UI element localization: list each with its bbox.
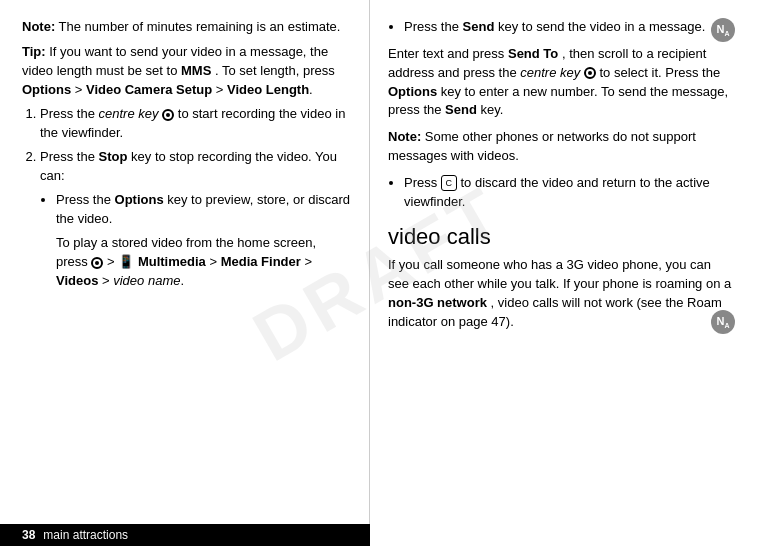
tip-period: . [309,82,313,97]
bottom-bar: 38 main attractions [0,524,370,546]
left-column: Note: The number of minutes remaining is… [0,0,370,546]
tip-bold2: Video Length [227,82,309,97]
note2: Note: Some other phones or networks do n… [388,128,735,166]
indent-videoname: video name [113,273,180,288]
sp-text1: If you call someone who has a 3G video p… [388,257,731,291]
right-column: NA Press the Send key to send the video … [370,0,757,546]
rp1-text4: key to enter a new number. To send the m… [388,84,728,118]
rb1-text1: Press the [404,19,459,34]
rp1-text3: to select it. Press the [600,65,721,80]
section-title: video calls [388,224,735,250]
step-1: Press the centre key to start recording … [40,105,351,143]
rp1-bold2: Options [388,84,437,99]
indent-multimedia: 📱 Multimedia [118,254,206,269]
indent-mediafinder: Media Finder [221,254,301,269]
indent-arrow: > [107,254,118,269]
step2-text1: Press the [40,149,95,164]
centre-key-icon3 [584,67,596,79]
sp-bold: non-3G network [388,295,487,310]
indent-para: To play a stored video from the home scr… [56,234,351,291]
step2-bold: Stop [99,149,128,164]
centre-key-icon2 [91,257,103,269]
tip-arrow2: > [216,82,227,97]
icon-badge-bottom: NA [711,310,735,334]
step1-text1: Press the [40,106,95,121]
rp1-italic: centre key [520,65,580,80]
tip-options: Options [22,82,71,97]
icon-badge-circle-bottom: NA [711,310,735,334]
c-icon: C [441,175,457,191]
right-para1: Enter text and press Send To , then scro… [388,45,735,120]
steps-list: Press the centre key to start recording … [40,105,351,291]
rp1-bold1: Send To [508,46,558,61]
tip-label: Tip: [22,44,46,59]
note2-label: Note: [388,129,421,144]
bullet-options: Press the Options key to preview, store,… [56,191,351,229]
step1-italic: centre key [99,106,159,121]
rb1-text2: key to send the video in a message. [498,19,705,34]
right-bullet-discard: Press C to discard the video and return … [404,174,735,212]
tip-mms: MMS [181,63,211,78]
rb1-bold: Send [463,19,495,34]
right-bullets: Press the Send key to send the video in … [404,18,735,37]
rp1-text1: Enter text and press [388,46,504,61]
right-bullets2: Press C to discard the video and return … [404,174,735,212]
rp1-text5: key. [481,102,504,117]
tip-arrow: > [75,82,83,97]
bullet1-bold: Options [115,192,164,207]
tip-paragraph: Tip: If you want to send your video in a… [22,43,351,100]
tip-text2: . To set length, press [215,63,335,78]
rb2-text1: Press [404,175,437,190]
right-bullet-send: Press the Send key to send the video in … [404,18,735,37]
indent-videos: Videos [56,273,98,288]
note1-label: Note: [22,19,55,34]
icon-badge-top: NA [711,18,735,42]
page-label: main attractions [43,528,128,542]
bullet1-text1: Press the [56,192,111,207]
page-number: 38 [22,528,35,542]
centre-key-icon [162,109,174,121]
icon-badge-circle-top: NA [711,18,735,42]
rp1-bold3: Send [445,102,477,117]
tip-bold1: Video Camera Setup [86,82,212,97]
note2-text: Some other phones or networks do not sup… [388,129,696,163]
section-para: If you call someone who has a 3G video p… [388,256,735,331]
step-2: Press the Stop key to stop recording the… [40,148,351,291]
note1-text: The number of minutes remaining is an es… [59,19,341,34]
sub-bullets: Press the Options key to preview, store,… [56,191,351,229]
note1: Note: The number of minutes remaining is… [22,18,351,37]
